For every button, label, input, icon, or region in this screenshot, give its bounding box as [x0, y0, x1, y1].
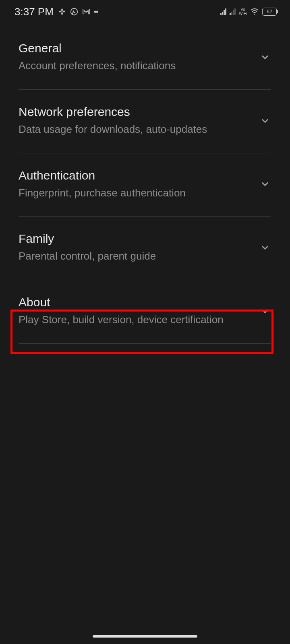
settings-subtitle: Fingerprint, purchase authentication	[19, 186, 259, 200]
status-bar-right: Vo WiFi 62	[220, 8, 278, 16]
vowifi-bottom: WiFi	[239, 12, 247, 16]
svg-rect-0	[59, 11, 61, 12]
settings-title: Network preferences	[19, 105, 259, 119]
signal-icon-2	[230, 8, 236, 15]
settings-item-family[interactable]: Family Parental control, parent guide	[0, 217, 290, 280]
settings-title: Family	[19, 232, 259, 246]
settings-subtitle: Parental control, parent guide	[19, 250, 259, 263]
chevron-down-icon	[259, 305, 271, 317]
signal-icon-1	[220, 8, 226, 15]
svg-rect-1	[63, 11, 65, 12]
settings-subtitle: Account preferences, notifications	[19, 59, 259, 73]
home-indicator[interactable]	[93, 635, 197, 638]
battery-level: 62	[267, 9, 272, 14]
settings-item-general[interactable]: General Account preferences, notificatio…	[0, 23, 290, 90]
settings-item-network[interactable]: Network preferences Data usage for downl…	[0, 90, 290, 153]
battery-icon: 62	[262, 8, 278, 16]
gmail-icon	[82, 7, 91, 16]
settings-list: General Account preferences, notificatio…	[0, 23, 290, 344]
slack-icon	[58, 7, 66, 16]
svg-rect-3	[61, 12, 62, 15]
settings-subtitle: Play Store, build version, device certif…	[19, 313, 259, 327]
vowifi-icon: Vo WiFi	[239, 8, 247, 16]
settings-title: General	[19, 41, 259, 55]
status-bar: 3:37 PM ••	[0, 0, 290, 23]
status-icons-left: ••	[58, 7, 98, 17]
status-bar-left: 3:37 PM ••	[14, 6, 98, 18]
whatsapp-icon	[70, 7, 79, 16]
svg-rect-2	[61, 9, 62, 11]
settings-item-about[interactable]: About Play Store, build version, device …	[0, 280, 290, 344]
settings-subtitle: Data usage for downloads, auto-updates	[19, 123, 259, 136]
wifi-icon	[250, 8, 259, 15]
chevron-down-icon	[259, 178, 271, 190]
more-icon: ••	[94, 7, 98, 17]
chevron-down-icon	[259, 115, 271, 126]
settings-title: Authentication	[19, 169, 259, 182]
chevron-down-icon	[259, 52, 271, 63]
svg-point-5	[254, 14, 255, 15]
settings-item-authentication[interactable]: Authentication Fingerprint, purchase aut…	[0, 153, 290, 217]
chevron-down-icon	[259, 242, 271, 253]
settings-title: About	[19, 295, 259, 309]
status-time: 3:37 PM	[14, 6, 54, 18]
